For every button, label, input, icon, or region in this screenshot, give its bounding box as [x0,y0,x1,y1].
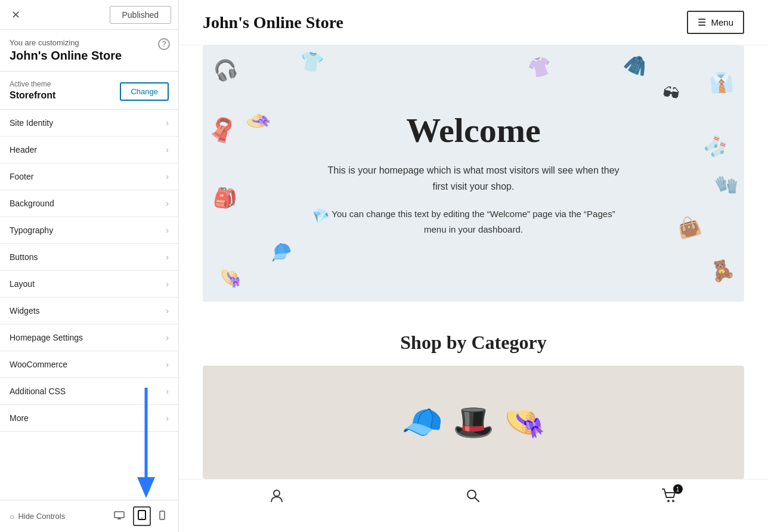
clothing-icon: 👕 [298,48,326,75]
clothing-icon: 🧤 [713,172,741,198]
sidebar-item-typography[interactable]: Typography › [0,217,178,244]
clothing-icon: 🧢 [264,237,295,267]
category-image: 🧢 🎩 👒 [203,366,744,479]
preview-area: John's Online Store ☰ Menu 🎧 👕 👚 🧥 👔 🧣 👒… [179,0,768,532]
chevron-right-icon: › [166,306,169,316]
clothing-icon: 👜 [674,212,703,240]
hide-controls-button[interactable]: ○ Hide Controls [10,512,65,521]
hat3-icon: 👒 [504,403,546,442]
clothing-icon: 🧦 [701,132,731,161]
sidebar-item-widgets[interactable]: Widgets › [0,298,178,324]
sidebar-item-buttons[interactable]: Buttons › [0,244,178,271]
sidebar-item-additional-css[interactable]: Additional CSS › [0,378,178,405]
svg-rect-0 [114,512,124,518]
clothing-icon: 🎧 [210,55,241,84]
help-icon[interactable]: ? [158,38,170,50]
hamburger-icon: ☰ [698,17,706,28]
mobile-view-button[interactable] [156,506,169,526]
clothing-icon: 🎒 [213,185,239,210]
hero-subtitle-text: This is your homepage which is what most… [324,162,623,194]
sidebar-item-site-identity[interactable]: Site Identity › [0,110,178,137]
cart-badge: 1 [673,484,683,494]
chevron-right-icon: › [166,360,169,369]
sidebar-item-footer[interactable]: Footer › [0,163,178,190]
sidebar-item-more[interactable]: More › [0,405,178,432]
clothing-icon: 🧣 [205,114,239,147]
clothing-icon: 👒 [216,264,245,292]
sidebar-item-layout[interactable]: Layout › [0,271,178,298]
chevron-right-icon: › [166,252,169,262]
category-section: Shop by Category 🧢 🎩 👒 [179,320,768,479]
close-button[interactable]: ✕ [7,7,24,23]
chevron-right-icon: › [166,279,169,289]
category-title: Shop by Category [203,332,744,354]
store-menu-button[interactable]: ☰ Menu [687,11,744,34]
published-button[interactable]: Published [110,6,172,24]
hat-icon: 🧢 [401,403,443,442]
svg-point-4 [141,518,143,519]
svg-point-12 [667,500,670,502]
chevron-right-icon: › [166,145,169,154]
sidebar-item-woocommerce[interactable]: WooCommerce › [0,351,178,378]
desktop-view-button[interactable] [110,506,128,526]
top-bar: ✕ Published [0,0,178,30]
hat2-icon: 🎩 [453,403,494,442]
clothing-icon: 👔 [708,70,734,94]
store-name-heading: John's Online Store [10,48,169,63]
customizing-label: You are customizing [10,38,169,47]
sidebar-item-homepage-settings[interactable]: Homepage Settings › [0,324,178,351]
tablet-view-button[interactable] [133,506,151,526]
hero-edit-note: You can change this text by editing the … [324,206,623,237]
clothing-icon: 👒 [242,105,274,137]
hero-section: 🎧 👕 👚 🧥 👔 🧣 👒 🧦 🧤 🎒 🧢 👒 🧸 🕶 👜 💎 Welcome … [203,45,744,302]
store-title: John's Online Store [203,13,343,32]
sidebar: ✕ Published You are customizing John's O… [0,0,179,532]
svg-point-6 [162,517,163,518]
chevron-right-icon: › [166,333,169,342]
menu-button-label: Menu [711,17,733,27]
svg-point-13 [672,500,674,502]
sidebar-item-header[interactable]: Header › [0,137,178,163]
chevron-right-icon: › [166,413,169,423]
chevron-right-icon: › [166,118,169,128]
clothing-icon: 🧸 [707,255,737,284]
svg-line-11 [475,498,479,502]
preview-frame: John's Online Store ☰ Menu 🎧 👕 👚 🧥 👔 🧣 👒… [179,0,768,532]
clothing-icon: 🧥 [621,49,652,79]
menu-items-list: Site Identity › Header › Footer › Backgr… [0,110,178,500]
theme-name: Storefront [10,90,55,101]
search-nav-icon[interactable] [465,488,481,507]
active-theme-label: Active theme [10,80,55,88]
bottom-controls: ○ Hide Controls [0,500,178,532]
view-toggle-group [110,506,169,526]
hero-welcome-text: Welcome [406,110,540,150]
store-header: John's Online Store ☰ Menu [179,0,768,45]
account-nav-icon[interactable] [269,488,284,507]
sidebar-item-background[interactable]: Background › [0,190,178,217]
clothing-icon: 👚 [525,53,554,81]
preview-bottom-nav: 1 [179,479,768,515]
hide-controls-label: Hide Controls [18,512,65,521]
chevron-right-icon: › [166,386,169,396]
customizing-section: You are customizing John's Online Store … [0,30,178,72]
chevron-right-icon: › [166,199,169,208]
change-theme-button[interactable]: Change [120,82,169,101]
cart-nav-icon[interactable]: 1 [661,488,678,507]
chevron-right-icon: › [166,172,169,181]
active-theme-section: Active theme Storefront Change [0,72,178,110]
chevron-right-icon: › [166,225,169,235]
svg-point-9 [274,490,280,496]
circle-icon: ○ [10,512,14,521]
clothing-icon: 🕶 [661,82,680,104]
